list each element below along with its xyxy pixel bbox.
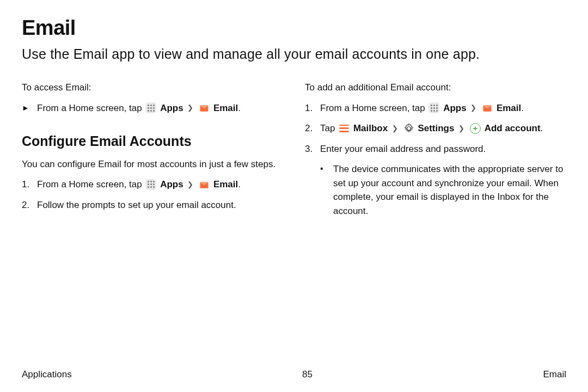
mailbox-icon xyxy=(339,123,350,134)
triangle-marker: ► xyxy=(22,101,37,114)
chevron-right-icon: ❯ xyxy=(392,123,398,134)
step-text: From a Home screen, tap xyxy=(37,179,144,189)
period: . xyxy=(238,103,241,113)
tap-text: Tap xyxy=(320,123,338,133)
configure-step-2: 2. Follow the prompts to set up your ema… xyxy=(22,198,283,212)
email-label: Email xyxy=(497,103,521,113)
configure-step-2-content: Follow the prompts to set up your email … xyxy=(37,198,283,212)
add-step-1-content: From a Home screen, tap Apps ❯ Email. xyxy=(320,101,566,115)
settings-icon xyxy=(403,123,414,134)
bullet-marker: • xyxy=(320,162,333,218)
apps-icon xyxy=(428,102,439,113)
page-title: Email xyxy=(22,16,566,40)
add-step-3: 3. Enter your email address and password… xyxy=(305,142,566,156)
apps-label: Apps xyxy=(443,103,467,113)
access-step-text: From a Home screen, tap xyxy=(37,103,144,113)
add-lead: To add an additional Email account: xyxy=(305,81,566,95)
page-footer: Applications 85 Email xyxy=(22,369,566,380)
sub-bullet-text: The device communicates with the appropr… xyxy=(333,162,566,218)
add-icon: + xyxy=(470,123,481,134)
add-step-3-content: Enter your email address and password. xyxy=(320,142,566,156)
apps-icon xyxy=(145,102,156,113)
ol-marker: 1. xyxy=(22,177,37,192)
period: . xyxy=(521,103,524,113)
add-step-1: 1. From a Home screen, tap Apps ❯ Email. xyxy=(305,101,566,115)
step-text: From a Home screen, tap xyxy=(320,103,427,113)
chevron-right-icon: ❯ xyxy=(458,123,464,134)
chevron-right-icon: ❯ xyxy=(187,102,193,113)
apps-label: Apps xyxy=(160,179,183,189)
configure-step-1: 1. From a Home screen, tap Apps ❯ Email. xyxy=(22,177,283,192)
add-account-label: Add account xyxy=(485,123,541,133)
content-columns: To access Email: ► From a Home screen, t… xyxy=(22,81,566,218)
ol-marker: 1. xyxy=(305,101,320,115)
access-lead: To access Email: xyxy=(22,81,283,95)
configure-para: You can configure Email for most account… xyxy=(22,157,283,171)
left-column: To access Email: ► From a Home screen, t… xyxy=(22,81,283,218)
apps-label: Apps xyxy=(160,103,183,113)
add-step-2: 2. Tap Mailbox ❯ Settings ❯ + Add accoun… xyxy=(305,121,566,136)
chevron-right-icon: ❯ xyxy=(187,179,193,190)
ol-marker: 2. xyxy=(305,121,320,136)
footer-left: Applications xyxy=(22,369,72,380)
add-step-2-content: Tap Mailbox ❯ Settings ❯ + Add account. xyxy=(320,121,566,136)
chevron-right-icon: ❯ xyxy=(470,102,476,113)
email-label: Email xyxy=(213,103,238,113)
period: . xyxy=(541,123,543,133)
sub-bullet-row: • The device communicates with the appro… xyxy=(320,162,566,218)
mailbox-label: Mailbox xyxy=(353,123,388,133)
right-column: To add an additional Email account: 1. F… xyxy=(305,81,566,218)
settings-label: Settings xyxy=(418,123,454,133)
configure-heading: Configure Email Accounts xyxy=(22,131,283,152)
footer-right: Email xyxy=(543,369,566,380)
ol-marker: 2. xyxy=(22,198,37,212)
intro-text: Use the Email app to view and manage all… xyxy=(22,46,566,62)
apps-icon xyxy=(145,179,156,190)
email-icon xyxy=(199,102,210,113)
period: . xyxy=(238,179,241,189)
email-label: Email xyxy=(213,179,238,189)
ol-marker: 3. xyxy=(305,142,320,156)
email-icon xyxy=(482,102,493,113)
footer-page-number: 85 xyxy=(302,369,313,380)
access-step: ► From a Home screen, tap Apps ❯ Email. xyxy=(22,101,283,115)
access-step-content: From a Home screen, tap Apps ❯ Email. xyxy=(37,101,283,115)
configure-step-1-content: From a Home screen, tap Apps ❯ Email. xyxy=(37,177,283,192)
email-icon xyxy=(199,179,210,190)
